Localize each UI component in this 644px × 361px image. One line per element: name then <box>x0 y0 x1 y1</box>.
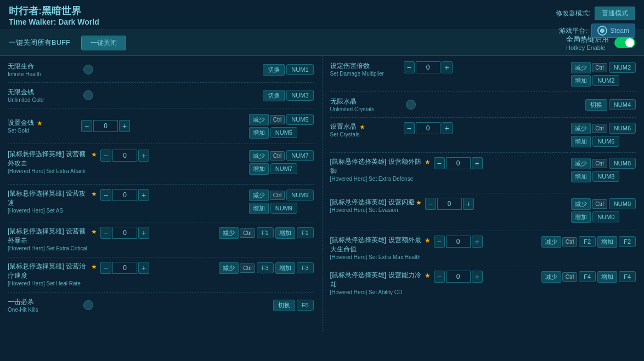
set-crystals-plus[interactable]: + <box>442 122 453 134</box>
evasion-num0-inc[interactable]: NUM0 <box>592 211 619 222</box>
set-gold-control: − + <box>81 120 130 132</box>
evasion-plus[interactable]: + <box>463 198 474 210</box>
extra-defense-num8-inc[interactable]: NUM8 <box>592 171 619 182</box>
damage-mult-num2[interactable]: NUM2 <box>609 62 636 73</box>
one-hit-qiehuan[interactable]: 切换 <box>273 300 295 311</box>
critical-inc[interactable]: 增加 <box>275 227 295 239</box>
extra-attack-inc[interactable]: 增加 <box>249 163 269 175</box>
steam-icon <box>597 26 607 36</box>
extra-defense-num8[interactable]: NUM8 <box>609 158 636 169</box>
set-crystals-inc[interactable]: 增加 <box>571 136 591 147</box>
ability-cd-inc[interactable]: 增加 <box>597 271 617 283</box>
max-health-f2-inc[interactable]: F2 <box>619 236 636 247</box>
one-click-button[interactable]: 一键关闭 <box>81 36 126 50</box>
unlimited-gold-toggle[interactable] <box>83 90 93 100</box>
ability-cd-plus[interactable]: + <box>472 271 483 283</box>
set-gold-plus[interactable]: + <box>119 120 130 132</box>
extra-defense-minus[interactable]: − <box>434 157 445 169</box>
set-crystals-num6[interactable]: NUM6 <box>609 123 636 134</box>
evasion-minus[interactable]: − <box>425 198 436 210</box>
ability-cd-f4[interactable]: F4 <box>579 271 596 282</box>
infinite-health-qiehuan[interactable]: 切换 <box>263 64 285 76</box>
max-health-inc[interactable]: 增加 <box>597 236 617 248</box>
evasion-input[interactable] <box>437 198 462 210</box>
header-right: 修改器模式: 普通模式 游戏平台: Steam <box>556 7 635 38</box>
extra-attack-minus[interactable]: − <box>100 150 111 162</box>
as-dec[interactable]: 减少 <box>249 190 269 201</box>
critical-minus[interactable]: − <box>100 227 111 239</box>
as-plus[interactable]: + <box>138 189 149 201</box>
unlimited-crystals-qiehuan[interactable]: 切换 <box>585 99 607 111</box>
unlimited-gold-num3[interactable]: NUM3 <box>286 90 313 101</box>
infinite-health-toggle[interactable] <box>83 65 93 75</box>
header: 时行者:黑暗世界 Time Walker: Dark World 修改器模式: … <box>0 0 644 30</box>
critical-plus[interactable]: + <box>138 227 149 239</box>
critical-f1[interactable]: F1 <box>257 227 274 238</box>
extra-defense-plus[interactable]: + <box>472 157 483 169</box>
max-health-dec[interactable]: 减少 <box>541 236 561 248</box>
ability-cd-input[interactable] <box>446 271 471 283</box>
set-gold-input[interactable] <box>93 120 118 132</box>
set-crystals-num6-inc[interactable]: NUM6 <box>592 136 619 147</box>
damage-mult-input[interactable] <box>416 61 440 73</box>
max-health-f2[interactable]: F2 <box>579 236 596 247</box>
set-gold-num5-inc[interactable]: NUM5 <box>270 127 297 138</box>
ability-cd-f4-inc[interactable]: F4 <box>619 271 636 282</box>
heal-inc[interactable]: 增加 <box>275 262 295 274</box>
set-crystals-dec[interactable]: 减少 <box>571 123 591 134</box>
damage-mult-control: − + <box>404 61 453 73</box>
critical-f1-inc[interactable]: F1 <box>297 227 314 238</box>
heal-f3-inc[interactable]: F3 <box>297 262 314 273</box>
set-gold-inc[interactable]: 增加 <box>249 127 269 139</box>
damage-mult-plus[interactable]: + <box>442 61 453 73</box>
set-crystals-input[interactable] <box>416 122 440 134</box>
set-gold-minus[interactable]: − <box>81 120 92 132</box>
extra-attack-num7-inc[interactable]: NUM7 <box>270 163 297 174</box>
heal-dec[interactable]: 减少 <box>219 262 239 274</box>
heal-minus[interactable]: − <box>100 262 111 274</box>
unlimited-crystals-toggle[interactable] <box>406 100 416 110</box>
max-health-input[interactable] <box>446 236 471 248</box>
feature-name-heal-rate: [鼠标悬停选择英雄] 设营治疗速度 [Hovered Hero] Set Hea… <box>8 262 90 286</box>
as-num9-inc[interactable]: NUM9 <box>270 203 297 214</box>
as-input[interactable] <box>112 189 137 201</box>
unlimited-crystals-num4[interactable]: NUM4 <box>609 99 636 110</box>
evasion-inc[interactable]: 增加 <box>571 211 591 223</box>
extra-defense-inc[interactable]: 增加 <box>571 171 591 182</box>
infinite-health-num1[interactable]: NUM1 <box>286 64 313 75</box>
extra-attack-num7[interactable]: NUM7 <box>286 150 313 161</box>
evasion-dec[interactable]: 减少 <box>571 198 591 210</box>
extra-defense-input[interactable] <box>446 157 471 169</box>
set-crystals-star: ★ <box>359 123 365 131</box>
damage-mult-minus[interactable]: − <box>404 61 415 73</box>
hotkey-toggle[interactable] <box>614 37 635 48</box>
damage-mult-dec[interactable]: 减少 <box>571 62 591 73</box>
one-hit-f5[interactable]: F5 <box>297 300 314 311</box>
modify-mode-button[interactable]: 普通模式 <box>595 7 635 20</box>
extra-attack-input[interactable] <box>112 150 137 162</box>
extra-attack-dec[interactable]: 减少 <box>249 150 269 162</box>
damage-mult-inc[interactable]: 增加 <box>571 75 591 87</box>
set-gold-dec[interactable]: 减少 <box>249 114 269 125</box>
set-crystals-minus[interactable]: − <box>404 122 415 134</box>
set-gold-num5-dec[interactable]: NUM5 <box>286 114 313 125</box>
heal-input[interactable] <box>112 262 137 274</box>
max-health-minus[interactable]: − <box>434 236 445 248</box>
evasion-num0[interactable]: NUM0 <box>609 198 636 209</box>
unlimited-gold-qiehuan[interactable]: 切换 <box>263 90 285 101</box>
heal-plus[interactable]: + <box>138 262 149 274</box>
as-inc[interactable]: 增加 <box>249 203 269 214</box>
extra-defense-dec[interactable]: 减少 <box>571 158 591 169</box>
max-health-plus[interactable]: + <box>472 236 483 248</box>
ability-cd-dec[interactable]: 减少 <box>541 271 561 283</box>
critical-dec[interactable]: 减少 <box>219 227 239 239</box>
critical-input[interactable] <box>112 227 137 239</box>
extra-attack-plus[interactable]: + <box>138 150 149 162</box>
damage-mult-num2-inc[interactable]: NUM2 <box>592 75 619 86</box>
ability-cd-minus[interactable]: − <box>434 271 445 283</box>
steam-button[interactable]: Steam <box>591 24 635 38</box>
as-num9[interactable]: NUM9 <box>286 190 313 200</box>
one-hit-toggle[interactable] <box>83 300 93 310</box>
heal-f3[interactable]: F3 <box>257 262 274 273</box>
as-minus[interactable]: − <box>100 189 111 201</box>
